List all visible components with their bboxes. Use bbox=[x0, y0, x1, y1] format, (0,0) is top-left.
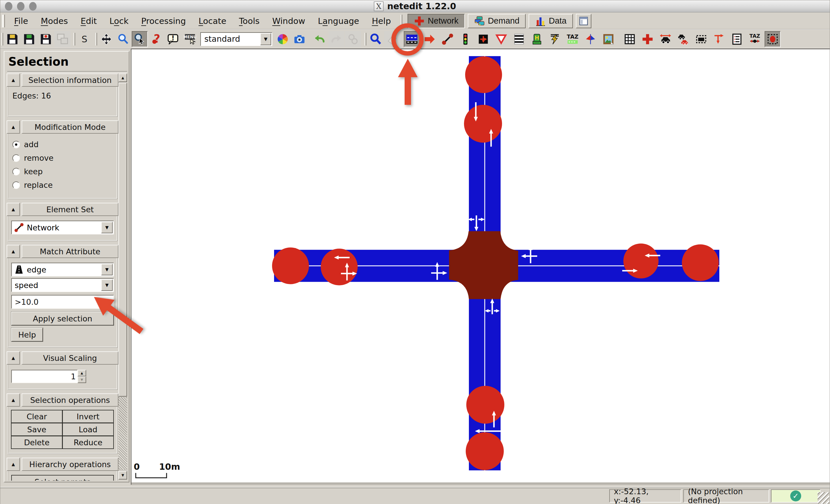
apply-selection-button[interactable]: Apply selection bbox=[11, 312, 114, 326]
move-view-icon[interactable] bbox=[98, 31, 115, 47]
toolbar-grip[interactable] bbox=[1, 33, 3, 45]
collapse-arrow-icon[interactable]: ▲ bbox=[7, 73, 20, 87]
chevron-down-icon[interactable]: ▼ bbox=[101, 222, 113, 233]
menu-window[interactable]: Window bbox=[267, 14, 310, 28]
color-wheel-icon[interactable] bbox=[275, 31, 291, 47]
save-demand-icon[interactable] bbox=[38, 31, 54, 47]
radio-replace[interactable]: replace bbox=[12, 180, 114, 190]
taz-relation-icon[interactable] bbox=[747, 31, 763, 47]
traffic-light-mode-icon[interactable] bbox=[457, 31, 474, 47]
visual-scaling-spinner[interactable] bbox=[11, 370, 77, 383]
route-mode-icon[interactable] bbox=[711, 31, 727, 47]
data-select-icon[interactable] bbox=[765, 31, 781, 47]
s-grid-icon[interactable] bbox=[76, 31, 93, 47]
radio-button-icon[interactable] bbox=[12, 181, 20, 189]
create-edge-mode-icon[interactable] bbox=[440, 31, 456, 47]
junction-bubble[interactable] bbox=[682, 244, 719, 281]
radio-keep[interactable]: keep bbox=[12, 167, 114, 176]
groupbox-caption[interactable]: Visual Scaling bbox=[22, 351, 119, 365]
selection-load-button[interactable]: Load bbox=[62, 423, 114, 436]
menu-locate[interactable]: Locate bbox=[193, 14, 231, 28]
network-canvas[interactable]: 0 10m bbox=[131, 49, 830, 485]
vehicle-mode-icon[interactable] bbox=[658, 31, 673, 47]
container-mode-icon[interactable] bbox=[693, 31, 709, 47]
junction-bubble[interactable] bbox=[624, 243, 659, 278]
chevron-down-icon[interactable]: ▼ bbox=[101, 264, 113, 275]
demand-supermode-button[interactable]: Demand bbox=[468, 14, 526, 28]
spin-down-icon[interactable]: ▼ bbox=[77, 376, 86, 383]
collapse-arrow-icon[interactable]: ▲ bbox=[7, 458, 20, 471]
sidebar-scrollbar[interactable]: ▲ ▼ bbox=[119, 73, 127, 479]
collapse-arrow-icon[interactable]: ▲ bbox=[7, 203, 20, 216]
scrollbar-track[interactable] bbox=[119, 397, 127, 470]
menu-processing[interactable]: Processing bbox=[136, 14, 191, 28]
junction-bubble[interactable] bbox=[321, 248, 358, 285]
collapse-arrow-icon[interactable]: ▲ bbox=[7, 121, 20, 134]
match-attribute-combo[interactable]: speed ▼ bbox=[11, 278, 114, 292]
element-set-combo[interactable]: Network ▼ bbox=[11, 221, 114, 234]
menu-hamburger-icon[interactable] bbox=[182, 31, 198, 47]
menu-tools[interactable]: Tools bbox=[234, 14, 264, 28]
save-config-icon[interactable] bbox=[4, 31, 21, 47]
groupbox-caption[interactable]: Element Set bbox=[22, 203, 119, 216]
menu-lock[interactable]: Lock bbox=[104, 14, 134, 28]
taz-mode-icon[interactable] bbox=[565, 31, 581, 47]
radio-remove[interactable]: remove bbox=[12, 154, 114, 162]
junction-bubble[interactable] bbox=[466, 432, 504, 470]
grid-mode-icon[interactable] bbox=[621, 31, 638, 47]
menu-file[interactable]: File bbox=[9, 14, 33, 28]
locate-pointer-icon[interactable] bbox=[132, 31, 148, 47]
selection-save-button[interactable]: Save bbox=[11, 423, 63, 436]
spin-up-icon[interactable]: ▲ bbox=[77, 370, 86, 376]
windows-panel-button[interactable] bbox=[576, 14, 592, 28]
groupbox-caption[interactable]: Selection operations bbox=[22, 394, 119, 407]
junction-mode-icon[interactable] bbox=[639, 31, 656, 47]
view-scheme-combo[interactable]: standard ▼ bbox=[200, 32, 272, 46]
groupbox-caption[interactable]: Selection information bbox=[22, 73, 119, 87]
zoom-in-icon[interactable] bbox=[115, 31, 131, 47]
radio-button-icon[interactable] bbox=[12, 155, 20, 162]
scrollbar-thumb[interactable] bbox=[119, 83, 127, 397]
prohibition-mode-icon[interactable] bbox=[493, 31, 509, 47]
toolbar-grip[interactable] bbox=[364, 33, 366, 45]
junction-bubble[interactable] bbox=[465, 57, 502, 93]
help-button[interactable]: Help bbox=[11, 328, 43, 342]
move-mode-icon[interactable] bbox=[422, 31, 438, 47]
feedback-icon[interactable] bbox=[165, 31, 181, 47]
scroll-up-icon[interactable]: ▲ bbox=[119, 73, 127, 82]
vehicles-mode-icon[interactable] bbox=[675, 31, 691, 47]
toolbar-grip[interactable] bbox=[95, 33, 97, 45]
chevron-down-icon[interactable]: ▼ bbox=[260, 33, 271, 45]
crossing-mode-icon[interactable] bbox=[511, 31, 527, 47]
match-element-combo[interactable]: edge ▼ bbox=[11, 263, 114, 276]
junction-bubble[interactable] bbox=[464, 105, 502, 142]
save-network-icon[interactable] bbox=[21, 31, 37, 47]
collapse-arrow-icon[interactable]: ▲ bbox=[7, 394, 20, 407]
whats-this-help-icon[interactable] bbox=[149, 31, 165, 47]
snapshot-icon[interactable] bbox=[291, 31, 308, 47]
junction-bubble[interactable] bbox=[466, 386, 504, 424]
selection-clear-button[interactable]: Clear bbox=[11, 410, 63, 423]
window-resize-grip[interactable] bbox=[818, 492, 829, 504]
zoom-extent-icon[interactable] bbox=[368, 31, 384, 47]
selection-invert-button[interactable]: Invert bbox=[62, 410, 114, 423]
decal-mode-icon[interactable] bbox=[600, 31, 616, 47]
menu-help[interactable]: Help bbox=[366, 14, 396, 28]
radio-button-icon[interactable] bbox=[12, 141, 20, 148]
network-view[interactable]: 0 10m bbox=[131, 49, 830, 482]
center-junction-shape[interactable] bbox=[449, 231, 518, 299]
select-parents-button[interactable]: Select parents bbox=[11, 475, 114, 481]
connection-mode-icon[interactable] bbox=[475, 31, 491, 47]
shape-mode-icon[interactable] bbox=[582, 31, 599, 47]
groupbox-caption[interactable]: Match Attribute bbox=[22, 245, 119, 258]
collapse-arrow-icon[interactable]: ▲ bbox=[7, 351, 20, 365]
menu-edit[interactable]: Edit bbox=[75, 14, 102, 28]
scroll-down-icon[interactable]: ▼ bbox=[119, 471, 127, 479]
radio-button-icon[interactable] bbox=[12, 168, 20, 175]
selection-delete-button[interactable]: Delete bbox=[11, 436, 63, 449]
undo-icon[interactable] bbox=[312, 31, 328, 47]
radio-add[interactable]: add bbox=[12, 140, 114, 149]
wire-mode-icon[interactable] bbox=[547, 31, 563, 47]
collapse-arrow-icon[interactable]: ▲ bbox=[7, 245, 20, 258]
toolbar-grip[interactable] bbox=[2, 15, 5, 27]
